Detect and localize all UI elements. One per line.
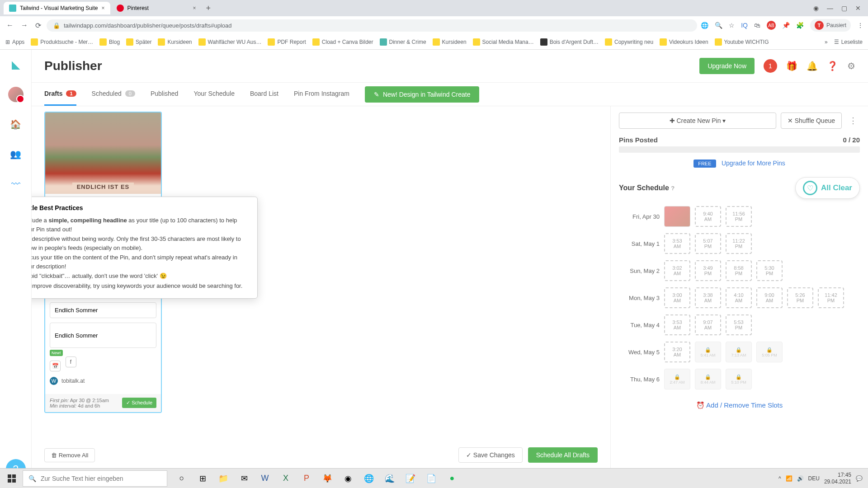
- schedule-slot-locked[interactable]: 🔒2:47 AM: [664, 369, 690, 389]
- bookmark-item[interactable]: Dinner & Crime: [380, 38, 426, 46]
- schedule-all-drafts-button[interactable]: Schedule All Drafts: [528, 447, 598, 463]
- obs-icon[interactable]: ◉: [338, 469, 358, 488]
- bookmark-item[interactable]: Wahlfächer WU Aus…: [198, 38, 262, 46]
- schedule-slot-empty[interactable]: 11:42PM: [818, 287, 844, 308]
- notifications-badge[interactable]: 1: [764, 59, 777, 73]
- clock[interactable]: 17:45 29.04.2021: [824, 472, 851, 485]
- back-button[interactable]: ←: [5, 19, 15, 31]
- schedule-slot-empty[interactable]: 9:00AM: [756, 287, 783, 308]
- forward-button[interactable]: →: [19, 19, 30, 31]
- help-icon[interactable]: ❓: [827, 61, 838, 71]
- volume-icon[interactable]: 🔊: [797, 475, 804, 482]
- bookmark-overflow[interactable]: »: [825, 39, 828, 45]
- facebook-icon[interactable]: f: [66, 357, 76, 367]
- bookmark-item[interactable]: Bois d'Argent Duft…: [540, 38, 599, 46]
- create-new-pin-button[interactable]: ✚ Create New Pin ▾: [619, 113, 776, 129]
- tray-chevron-icon[interactable]: ^: [778, 475, 781, 482]
- firefox-icon[interactable]: 🦊: [317, 469, 337, 488]
- profile-button[interactable]: T Pausiert: [810, 19, 851, 32]
- more-options-button[interactable]: ⋮: [846, 113, 860, 129]
- notepad-icon[interactable]: 📝: [401, 469, 420, 488]
- maximize-icon[interactable]: ▢: [841, 5, 847, 12]
- wifi-icon[interactable]: 📶: [786, 475, 793, 482]
- upgrade-now-button[interactable]: Upgrade Now: [699, 58, 755, 74]
- bookmark-item[interactable]: Später: [126, 38, 151, 46]
- task-view-icon[interactable]: ⊞: [193, 469, 212, 488]
- insights-icon[interactable]: 〰: [8, 176, 24, 192]
- chrome-icon[interactable]: 🌐: [359, 469, 379, 488]
- close-icon[interactable]: ×: [193, 5, 196, 11]
- browser-tab-active[interactable]: Tailwind - Visual Marketing Suite ×: [4, 2, 110, 14]
- language-indicator[interactable]: DEU: [808, 475, 820, 482]
- bookmark-item[interactable]: Social Media Mana…: [473, 38, 534, 46]
- taskbar-search[interactable]: 🔍 Zur Suche Text hier eingeben: [23, 470, 167, 487]
- upgrade-for-more-pins-link[interactable]: Upgrade for More Pins: [722, 160, 785, 167]
- schedule-slot-empty[interactable]: 8:58PM: [726, 260, 752, 281]
- extension-icon[interactable]: IQ: [741, 22, 748, 29]
- schedule-button[interactable]: ✓ Schedule: [122, 398, 156, 408]
- save-changes-button[interactable]: ✓ Save Changes: [458, 447, 523, 463]
- account-icon[interactable]: ◉: [813, 5, 819, 12]
- schedule-slot-empty[interactable]: 9:07AM: [695, 314, 721, 335]
- remove-all-button[interactable]: 🗑 Remove All: [44, 448, 95, 462]
- pin-title-input[interactable]: [50, 302, 156, 318]
- schedule-slot-locked[interactable]: 🔒5:41 AM: [695, 342, 721, 362]
- draft-image[interactable]: ENDLICH IST ES: [45, 113, 161, 194]
- zoom-icon[interactable]: 🔍: [715, 22, 722, 29]
- bookmark-item[interactable]: Kursideen: [433, 38, 467, 46]
- extension-icon[interactable]: 🛍: [754, 22, 760, 29]
- bookmark-item[interactable]: Produktsuche - Mer…: [31, 38, 93, 46]
- extension-icon[interactable]: 📌: [782, 22, 790, 29]
- bookmark-item[interactable]: Youtube WICHTIG: [715, 38, 769, 46]
- schedule-slot-locked[interactable]: 🔒7:13 AM: [726, 342, 752, 362]
- close-icon[interactable]: ×: [102, 5, 105, 11]
- powerpoint-icon[interactable]: P: [297, 469, 316, 488]
- gear-icon[interactable]: ⚙: [847, 61, 855, 71]
- excel-icon[interactable]: X: [276, 469, 296, 488]
- action-center-icon[interactable]: 💬: [856, 475, 863, 482]
- source-url[interactable]: tobitalk.at: [61, 378, 85, 384]
- bookmark-item[interactable]: Kursideen: [158, 38, 192, 46]
- translate-icon[interactable]: 🌐: [701, 22, 708, 29]
- schedule-slot-empty[interactable]: 3:38AM: [695, 287, 721, 308]
- reading-list-button[interactable]: ☰Leseliste: [834, 39, 863, 45]
- browser-tab-inactive[interactable]: Pinterest ×: [111, 2, 202, 14]
- schedule-slot-empty[interactable]: 3:00AM: [664, 287, 690, 308]
- schedule-slot-empty[interactable]: 11:56PM: [726, 206, 752, 227]
- account-avatar[interactable]: [8, 86, 24, 103]
- schedule-slot-empty[interactable]: 5:30PM: [756, 260, 783, 281]
- calendar-icon[interactable]: 📅: [50, 361, 61, 371]
- minimize-icon[interactable]: —: [827, 5, 833, 12]
- help-icon[interactable]: ?: [671, 185, 675, 192]
- bookmark-item[interactable]: Blog: [99, 38, 120, 46]
- tab-your-schedule[interactable]: Your Schedule: [193, 83, 235, 106]
- tab-pin-from-instagram[interactable]: Pin From Instagram: [294, 83, 349, 106]
- bookmark-item[interactable]: Cload + Canva Bilder: [312, 38, 373, 46]
- schedule-slot-locked[interactable]: 🔒5:10 PM: [726, 369, 752, 389]
- tab-scheduled[interactable]: Scheduled 0: [92, 83, 135, 106]
- schedule-slot-filled[interactable]: [664, 206, 690, 227]
- start-button[interactable]: [2, 469, 22, 488]
- cortana-icon[interactable]: ○: [172, 469, 192, 488]
- adblock-icon[interactable]: AB: [767, 21, 776, 30]
- bookmark-item[interactable]: PDF Report: [268, 38, 306, 46]
- file-explorer-icon[interactable]: 📁: [213, 469, 233, 488]
- extensions-button[interactable]: 🧩: [796, 22, 804, 29]
- design-in-tailwind-create-button[interactable]: ✎ New! Design in Tailwind Create: [365, 86, 480, 103]
- schedule-slot-empty[interactable]: 9:40AM: [695, 206, 721, 227]
- schedule-slot-empty[interactable]: 3:49PM: [695, 260, 721, 281]
- gift-icon[interactable]: 🎁: [786, 61, 797, 71]
- home-icon[interactable]: 🏠: [8, 116, 24, 132]
- schedule-slot-empty[interactable]: 5:53PM: [726, 314, 752, 335]
- new-tab-button[interactable]: +: [203, 2, 215, 15]
- app-icon[interactable]: 📄: [421, 469, 441, 488]
- schedule-slot-locked[interactable]: 🔒5:05 PM: [756, 342, 783, 362]
- schedule-slot-empty[interactable]: 4:10AM: [726, 287, 752, 308]
- schedule-slot-empty[interactable]: 3:20AM: [664, 342, 690, 362]
- tailwind-logo[interactable]: ◣: [8, 56, 24, 73]
- menu-icon[interactable]: ⋮: [857, 22, 863, 29]
- url-input[interactable]: 🔒 tailwindapp.com/dashboard/publisher/qu…: [47, 19, 697, 32]
- spotify-icon[interactable]: ●: [442, 469, 462, 488]
- schedule-slot-empty[interactable]: 5:26PM: [787, 287, 813, 308]
- close-window-icon[interactable]: ✕: [855, 5, 861, 12]
